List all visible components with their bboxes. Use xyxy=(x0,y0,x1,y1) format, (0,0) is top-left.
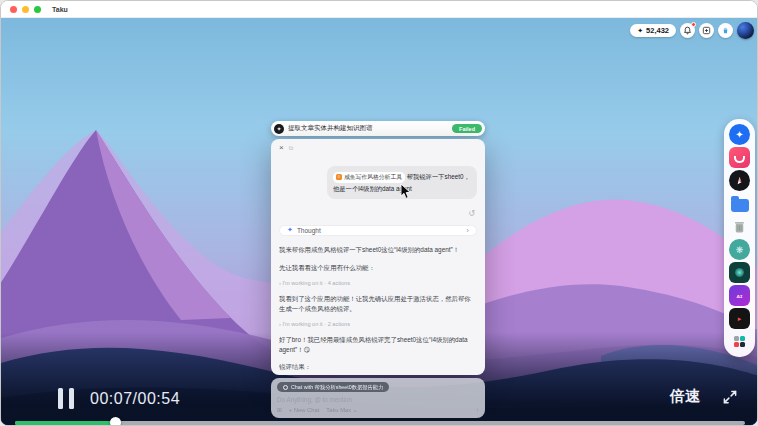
dark-teal-glow-icon xyxy=(729,262,750,283)
dock-item-folder[interactable] xyxy=(729,193,750,214)
seek-handle[interactable] xyxy=(110,417,121,426)
purple-app-icon: ᴀɪ xyxy=(737,293,743,299)
compass-icon xyxy=(729,170,750,191)
dock-item-browser[interactable] xyxy=(729,170,750,191)
thought-label: Thought xyxy=(297,227,462,234)
action-step-toggle[interactable]: › I'm working on it · 2 actions xyxy=(279,321,477,327)
ai-sparkle-icon: ✦ xyxy=(735,129,743,140)
chat-card: × ⧉ ≡ 咸鱼写作风格分析工具 帮我锐评一下sheet0，他是一个l4级别的d… xyxy=(271,139,485,375)
user-avatar[interactable] xyxy=(737,22,754,39)
blue-app-icon xyxy=(721,26,730,35)
new-chat-button[interactable]: + New Chat xyxy=(289,407,319,413)
pause-button[interactable] xyxy=(58,388,74,409)
dock-item-shopping[interactable] xyxy=(729,147,750,168)
app-shortcut-button[interactable] xyxy=(718,23,733,38)
dock-item-app-grid[interactable] xyxy=(729,331,750,352)
expand-icon[interactable]: ⧉ xyxy=(289,145,293,151)
chat-composer[interactable]: Chat with 帮我分析sheet0数据报告能力 Do Anything, … xyxy=(271,378,485,418)
caret-down-icon: ⌄ xyxy=(353,407,358,413)
bell-icon xyxy=(683,26,692,35)
tool-chip[interactable]: ≡ 咸鱼写作风格分析工具 xyxy=(333,172,405,183)
assistant-paragraph: 好了bro！我已经用最懂咸鱼风格锐评完了sheet0这位“l4级别的data a… xyxy=(279,335,477,355)
assistant-paragraph: 我看到了这个应用的功能！让我先确认应用处于激活状态，然后帮你生成一个咸鱼风格的锐… xyxy=(279,294,477,314)
time-display: 00:07/00:54 xyxy=(90,390,180,408)
tool-chip-label: 咸鱼写作风格分析工具 xyxy=(344,172,402,182)
context-chip[interactable]: Chat with 帮我分析sheet0数据报告能力 xyxy=(277,382,389,392)
app-dock: ✦ ❋ ᴀɪ ▸ xyxy=(724,119,755,357)
shopping-smile-icon xyxy=(729,147,750,168)
teal-pattern-icon: ❋ xyxy=(736,245,744,255)
assistant-paragraph: 先让我看看这个应用有什么功能： xyxy=(279,263,477,273)
mouse-cursor xyxy=(400,183,412,200)
notifications-button[interactable] xyxy=(680,23,695,38)
dock-item-ai-sparkle[interactable]: ✦ xyxy=(729,124,750,145)
chat-card-header: × ⧉ xyxy=(279,144,477,152)
right-playback-controls: 倍速 xyxy=(670,387,739,406)
minimize-window-button[interactable] xyxy=(22,6,29,13)
task-title: 提取文章实体并构建知识图谱 xyxy=(288,124,448,133)
credits-pill[interactable]: ✦ 52,432 xyxy=(630,24,676,37)
document-icon: ≡ xyxy=(336,174,342,180)
video-player[interactable]: ✦ 52,432 ✦ xyxy=(1,18,758,426)
model-selector[interactable]: Taku Max ⌄ xyxy=(326,407,357,413)
dock-item-teal-app[interactable]: ❋ xyxy=(729,239,750,260)
credits-value: 52,432 xyxy=(646,26,669,35)
dock-item-trash[interactable] xyxy=(729,216,750,237)
window-titlebar: Taku xyxy=(1,1,757,18)
composer-toolbar: ⊞ + New Chat Taku Max ⌄ ↑ xyxy=(277,407,479,413)
chevron-right-icon: › xyxy=(466,226,469,235)
retry-icon[interactable]: ↺ xyxy=(468,209,475,218)
task-logo-icon: ✦ xyxy=(274,124,284,134)
seek-bar-fill xyxy=(15,421,116,426)
zoom-window-button[interactable] xyxy=(34,6,41,13)
send-icon[interactable]: ↑ xyxy=(476,407,479,413)
retry-row: ↺ xyxy=(468,202,475,220)
folder-icon xyxy=(731,199,749,212)
plus-square-icon xyxy=(702,26,711,35)
playback-controls: 00:07/00:54 xyxy=(58,388,180,409)
speed-button[interactable]: 倍速 xyxy=(670,387,700,406)
seek-bar[interactable] xyxy=(15,421,745,426)
add-button[interactable] xyxy=(699,23,714,38)
context-chip-label: Chat with 帮我分析sheet0数据报告能力 xyxy=(291,384,383,391)
close-window-button[interactable] xyxy=(10,6,17,13)
close-icon[interactable]: × xyxy=(279,144,284,152)
trash-icon xyxy=(733,220,746,234)
grid-icon[interactable]: ⊞ xyxy=(277,407,282,413)
task-pill[interactable]: ✦ 提取文章实体并构建知识图谱 Failed xyxy=(271,121,485,136)
app-grid-icon xyxy=(734,336,745,347)
action-step-toggle[interactable]: › I'm working on it · 4 actions xyxy=(279,280,477,286)
sparkle-icon: ✦ xyxy=(637,27,643,34)
task-status-badge: Failed xyxy=(452,124,482,133)
window-title: Taku xyxy=(52,6,68,13)
fullscreen-icon[interactable] xyxy=(721,388,739,406)
assistant-paragraph: 我来帮你用咸鱼风格锐评一下sheet0这位“l4级别的data agent”！ xyxy=(279,245,477,255)
assistant-paragraph: 锐评结果： xyxy=(279,362,477,372)
status-cluster: ✦ 52,432 xyxy=(630,22,754,39)
chat-input-placeholder[interactable]: Do Anything, @ to mention xyxy=(277,396,479,403)
black-red-app-icon: ▸ xyxy=(738,315,742,323)
dock-item-purple-app[interactable]: ᴀɪ xyxy=(729,285,750,306)
app-window: Taku xyxy=(0,0,758,426)
notification-badge xyxy=(691,22,696,27)
dock-item-dark-teal-app[interactable] xyxy=(729,262,750,283)
thought-toggle[interactable]: ✦ Thought › xyxy=(279,225,477,236)
agent-chat-window: ✦ 提取文章实体并构建知识图谱 Failed × ⧉ ≡ 咸鱼写作风格分析工具 … xyxy=(271,121,485,418)
sparkle-icon: ✦ xyxy=(287,226,293,234)
dock-item-black-app[interactable]: ▸ xyxy=(729,308,750,329)
context-chip-icon xyxy=(283,385,288,390)
